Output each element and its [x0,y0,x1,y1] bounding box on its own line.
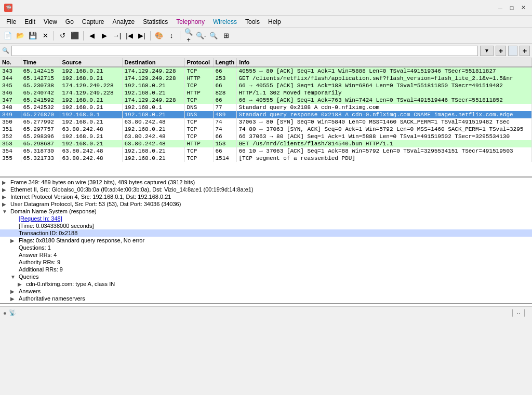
autoscroll-button[interactable]: ↕ [166,30,177,42]
menu-item-tools[interactable]: Tools [241,17,264,26]
detail-line[interactable]: Authority RRs: 9 [0,258,532,266]
col-length[interactable]: Length [213,58,237,67]
detail-text: Answers [19,288,41,294]
detail-line[interactable]: ▼Queries [0,273,532,280]
cell-len: 66 [213,133,236,140]
menu-item-capture[interactable]: Capture [78,17,109,26]
table-row[interactable]: 35465.31873063.80.242.48192.168.0.21TCP6… [0,147,532,155]
minimize-button[interactable]: ─ [496,3,505,12]
detail-line[interactable]: Questions: 1 [0,244,532,251]
filter-input[interactable] [11,46,478,56]
menu-item-go[interactable]: Go [61,17,78,26]
table-row[interactable]: 34565.230738174.129.249.228192.168.0.21T… [0,82,532,89]
detail-line[interactable]: ▶Flags: 0x8180 Standard query response, … [0,237,532,244]
cell-proto: TCP [184,97,213,104]
expand-icon: ▶ [18,281,24,287]
colorize-button[interactable]: 🎨 [153,30,165,42]
cell-src: 174.129.249.228 [60,89,122,97]
cell-len: 66 [213,147,236,155]
detail-line[interactable]: ▶Internet Protocol Version 4, Src: 192.1… [0,193,532,200]
cell-no: 345 [0,82,21,89]
cell-dst: 174.129.249.228 [122,75,184,82]
zoom-fit-button[interactable]: ⊞ [220,30,232,42]
table-row[interactable]: 35565.32173363.80.242.48192.168.0.21TCP1… [0,155,532,162]
cell-time: 65.230738 [21,82,60,89]
detail-text: [Request In: 348] [19,215,62,222]
detail-line[interactable]: Additional RRs: 9 [0,266,532,273]
detail-line[interactable]: ▶Answers [0,288,532,295]
save-button[interactable]: 💾 [27,30,38,42]
cell-src: 63.80.242.48 [60,126,122,133]
menu-item-view[interactable]: View [39,17,61,26]
zoom-reset-button[interactable]: 🔍 [208,30,219,42]
menu-item-file[interactable]: File [2,17,20,26]
detail-text: Internet Protocol Version 4, Src: 192.16… [10,194,171,200]
new-button[interactable]: 📄 [2,30,14,42]
menu-item-edit[interactable]: Edit [20,17,39,26]
add-filter-button[interactable]: + [520,46,530,56]
cell-no: 347 [0,97,21,104]
detail-line[interactable]: Answer RRs: 4 [0,251,532,258]
table-row[interactable]: 34965.276870192.168.0.1192.168.0.21DNS48… [0,111,532,118]
last-button[interactable]: ▶| [136,30,148,42]
zoom-out-button[interactable]: 🔍- [195,30,207,42]
col-source[interactable]: Source [60,58,122,67]
cell-info: 66 37063 → 80 [ACK] Seq=1 Ack=1 Win=5888… [236,133,532,140]
status-sep-2 [524,309,525,317]
col-info[interactable]: Info [237,58,532,67]
detail-text: User Datagram Protocol, Src Port: 53 (53… [10,201,181,207]
reload-button[interactable]: ↺ [57,30,68,42]
table-row[interactable]: 35165.29775763.80.242.48192.168.0.21TCP7… [0,126,532,133]
packet-list: No. Time Source Destination Protocol Len… [0,58,532,178]
menu-item-help[interactable]: Help [264,17,285,26]
status-wifi-icon: 📡 [9,309,16,316]
menu-item-statistics[interactable]: Statistics [139,17,172,26]
menu-item-telephony[interactable]: Telephony [172,17,209,26]
detail-line[interactable]: Transaction ID: 0x2188 [0,229,532,237]
table-row[interactable]: 35065.277992192.168.0.2163.80.242.48TCP7… [0,118,532,126]
stop-button[interactable]: ⬛ [69,30,81,42]
maximize-button[interactable]: □ [507,3,516,12]
table-row[interactable]: 34865.242532192.168.0.21192.168.0.1DNS77… [0,104,532,111]
detail-line[interactable]: ▶Ethernet II, Src: Globalsc_00:3b:0a (f0… [0,186,532,193]
col-time[interactable]: Time [21,58,60,67]
packet-detail: ▶Frame 349: 489 bytes on wire (3912 bits… [0,178,532,304]
open-button[interactable]: 📂 [15,30,26,42]
detail-line[interactable]: ▶Frame 349: 489 bytes on wire (3912 bits… [0,179,532,186]
first-button[interactable]: |◀ [124,30,135,42]
toolbar-sep-2 [83,31,84,40]
detail-line[interactable]: ▶Authoritative nameservers [0,295,532,302]
toolbar-sep-4 [180,31,180,40]
col-protocol[interactable]: Protocol [184,58,213,67]
filter-dropdown-button[interactable]: ▼ [480,46,494,56]
col-destination[interactable]: Destination [122,58,184,67]
detail-line[interactable]: [Time: 0.034338000 seconds] [0,222,532,229]
menu-item-wireless[interactable]: Wireless [209,17,241,26]
goto-button[interactable]: →| [111,30,123,42]
cell-proto: TCP [184,82,213,89]
go-back-button[interactable]: ◀ [86,30,98,42]
table-row[interactable]: 34765.241592192.168.0.21174.129.249.228T… [0,97,532,104]
detail-text: Ethernet II, Src: Globalsc_00:3b:0a (f0:… [10,186,254,193]
menu-item-analyze[interactable]: Analyze [109,17,139,26]
go-forward-button[interactable]: ▶ [99,30,110,42]
titlebar: 🦈 ─ □ ✕ [0,0,532,16]
table-row[interactable]: 35365.298687192.168.0.2163.80.242.48HTTP… [0,140,532,147]
detail-line[interactable]: ▶cdn-0.nflximg.com: type A, class IN [0,280,532,288]
cell-len: 66 [213,67,236,75]
detail-line[interactable]: [Request In: 348] [0,215,532,222]
zoom-in-button[interactable]: 🔍+ [183,30,194,42]
filter-plus-button[interactable]: + [496,46,506,56]
close-button[interactable]: ✕ [39,30,51,42]
table-row[interactable]: 34465.142715192.168.0.21174.129.249.228H… [0,75,532,82]
detail-line[interactable]: ▶User Datagram Protocol, Src Port: 53 (5… [0,200,532,208]
table-row[interactable]: 34665.240742174.129.249.228192.168.0.21H… [0,89,532,97]
close-button[interactable]: ✕ [518,3,528,12]
expression-button[interactable] [508,46,517,56]
detail-line[interactable]: ▼Domain Name System (response) [0,208,532,215]
cell-src: 192.168.0.21 [60,75,122,82]
table-row[interactable]: 34365.142415192.168.0.21174.129.249.228T… [0,67,532,75]
cell-info: 66 → 40555 [ACK] Seq=1 Ack=763 Win=7424 … [236,97,532,104]
col-no[interactable]: No. [0,58,21,67]
table-row[interactable]: 35265.298396192.168.0.2163.80.242.48TCP6… [0,133,532,140]
